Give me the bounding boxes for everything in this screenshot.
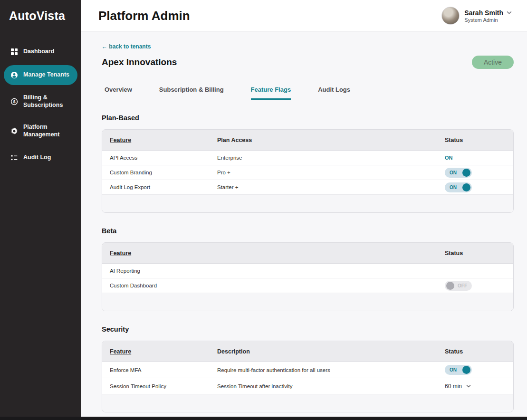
chevron-down-icon[interactable] — [507, 11, 512, 14]
table-header-row: FeaturePlan AccessStatus — [102, 130, 513, 151]
feature-name: API Access — [110, 155, 217, 161]
feature-table: FeatureStatusAI ReportingCustom Dashboar… — [102, 242, 514, 311]
section-beta: BetaFeatureStatusAI ReportingCustom Dash… — [102, 227, 514, 311]
table-row: Enforce MFARequire multi-factor authenti… — [102, 362, 513, 378]
toggle-knob — [446, 282, 454, 290]
card-footer — [102, 195, 513, 212]
feature-name: Custom Dashboard — [110, 283, 445, 288]
toggle-knob — [462, 183, 470, 191]
column-header-status: Status — [445, 348, 506, 355]
user-name: Sarah Smith — [464, 9, 503, 17]
svg-text:$: $ — [13, 99, 16, 104]
tab-overview[interactable]: Overview — [105, 86, 132, 100]
table-row: API AccessEnterpriseON — [102, 151, 513, 165]
toggle-label: ON — [450, 185, 457, 190]
toggle-knob — [462, 366, 470, 374]
user-menu[interactable]: Sarah Smith System Admin — [441, 7, 512, 25]
sidebar-item-label: Billing & Subscriptions — [23, 94, 71, 109]
sidebar-nav: DashboardManage Tenants$Billing & Subscr… — [0, 42, 81, 168]
feature-toggle-off[interactable]: OFF — [445, 281, 472, 291]
table-row: Audit Log ExportStarter +ON — [102, 180, 513, 195]
table-row: AI Reporting — [102, 264, 513, 278]
table-row: Custom BrandingPro +ON — [102, 165, 513, 180]
tab-subscription-billing[interactable]: Subscription & Billing — [159, 86, 224, 100]
feature-name: AI Reporting — [110, 268, 445, 274]
tab-audit-logs[interactable]: Audit Logs — [318, 86, 350, 100]
column-header-description: Description — [217, 348, 445, 355]
feature-name: Enforce MFA — [110, 367, 217, 373]
status-cell: OFF — [445, 281, 506, 291]
tenant-name: Apex Innovations — [102, 57, 177, 67]
timeout-value: 60 min — [445, 383, 462, 390]
status-badge: Active — [472, 56, 514, 69]
sidebar-item-dashboard[interactable]: Dashboard — [4, 42, 77, 62]
table-row: Session Timeout PolicySession Timeout af… — [102, 378, 513, 394]
section-security: SecurityFeatureDescriptionStatusEnforce … — [102, 325, 514, 412]
table-header-row: FeatureStatus — [102, 243, 513, 264]
page-content: ← back to tenants Apex Innovations Activ… — [81, 32, 527, 420]
column-header-status: Status — [445, 137, 506, 143]
column-header-feature[interactable]: Feature — [110, 250, 445, 257]
sidebar-item-platform-management[interactable]: Platform Management — [4, 118, 77, 144]
feature-detail: Enterprise — [217, 155, 445, 161]
sidebar-item-audit-log[interactable]: Audit Log — [4, 148, 77, 168]
feature-toggle-on[interactable]: ON — [445, 182, 472, 192]
feature-table: FeatureDescriptionStatusEnforce MFARequi… — [102, 341, 514, 412]
window-bottom-edge — [0, 417, 527, 420]
feature-toggle-on[interactable]: ON — [445, 365, 472, 375]
feature-table: FeaturePlan AccessStatusAPI AccessEnterp… — [102, 129, 514, 213]
feature-detail: Require multi-factor authentication for … — [217, 367, 445, 373]
column-header-feature[interactable]: Feature — [110, 348, 217, 355]
title-row: Apex Innovations Active — [102, 56, 514, 69]
toggle-label: ON — [450, 367, 457, 372]
status-cell: ON — [445, 155, 506, 161]
toggle-label: OFF — [458, 283, 467, 288]
app-title: Platform Admin — [98, 9, 190, 23]
section-title: Beta — [102, 227, 514, 235]
column-header-feature[interactable]: Feature — [110, 137, 217, 143]
app-logo: AutoVista — [0, 9, 81, 23]
sidebar: AutoVista DashboardManage Tenants$Billin… — [0, 0, 81, 420]
tenants-icon — [10, 71, 19, 79]
user-info: Sarah Smith System Admin — [464, 9, 512, 23]
feature-toggle-on[interactable]: ON — [445, 168, 472, 178]
feature-name: Custom Branding — [110, 170, 217, 175]
timeout-select[interactable]: 60 min — [445, 383, 471, 390]
chevron-down-icon — [466, 384, 471, 388]
sidebar-item-billing-subscriptions[interactable]: $Billing & Subscriptions — [4, 88, 77, 115]
feature-detail: Starter + — [217, 184, 445, 190]
sidebar-item-label: Manage Tenants — [23, 71, 69, 79]
feature-detail: Session Timeout after inactivity — [217, 383, 445, 389]
sidebar-item-manage-tenants[interactable]: Manage Tenants — [4, 65, 77, 85]
toggle-label: ON — [450, 170, 457, 175]
status-on-label[interactable]: ON — [445, 155, 453, 161]
billing-icon: $ — [10, 97, 19, 106]
feature-sections: Plan-BasedFeaturePlan AccessStatusAPI Ac… — [102, 114, 514, 412]
status-cell: ON — [445, 168, 506, 178]
section-title: Plan-Based — [102, 114, 514, 122]
avatar[interactable] — [441, 7, 460, 25]
card-footer — [102, 394, 513, 412]
feature-detail: Pro + — [217, 170, 445, 175]
tab-bar: OverviewSubscription & BillingFeature Fl… — [102, 86, 514, 100]
back-link[interactable]: ← back to tenants — [102, 43, 151, 50]
dashboard-icon — [10, 48, 19, 56]
table-header-row: FeatureDescriptionStatus — [102, 341, 513, 362]
feature-name: Audit Log Export — [110, 184, 217, 190]
column-header-plan-access: Plan Access — [217, 137, 445, 143]
tab-feature-flags[interactable]: Feature Flags — [251, 86, 291, 100]
status-cell: ON — [445, 182, 506, 192]
feature-name: Session Timeout Policy — [110, 383, 217, 389]
platform-icon — [10, 127, 19, 135]
section-title: Security — [102, 325, 514, 333]
table-row: Custom DashboardOFF — [102, 278, 513, 293]
column-header-status: Status — [445, 250, 506, 257]
main-area: Platform Admin Sarah Smith System Admin … — [81, 0, 527, 420]
section-plan-based: Plan-BasedFeaturePlan AccessStatusAPI Ac… — [102, 114, 514, 213]
user-role: System Admin — [464, 17, 512, 23]
top-bar: Platform Admin Sarah Smith System Admin — [81, 0, 527, 32]
card-footer — [102, 293, 513, 311]
app-window: AutoVista DashboardManage Tenants$Billin… — [0, 0, 527, 420]
sidebar-item-label: Audit Log — [23, 154, 51, 162]
status-cell: ON — [445, 365, 506, 375]
